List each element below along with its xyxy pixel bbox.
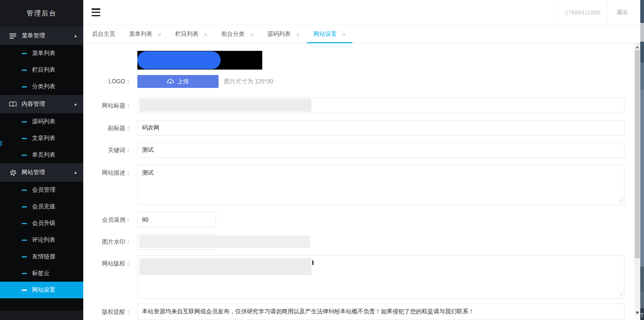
sidebar-item-page-list[interactable]: 单页列表 <box>0 147 83 163</box>
copyright-notice-field-wrap <box>137 303 624 320</box>
collapse-arrow-icon: ▲ <box>74 170 77 175</box>
upload-button-label: 上传 <box>177 78 189 85</box>
site-title-field-wrap <box>137 98 624 113</box>
brand-title: 管理后台 <box>0 0 83 27</box>
redaction-block <box>139 235 310 248</box>
keywords-field-wrap <box>137 142 624 158</box>
sidebar-item-category-list[interactable]: 分类列表 <box>0 78 83 95</box>
dash-icon <box>22 240 27 241</box>
sidebar-group-label: 网站管理 <box>22 169 45 176</box>
description-textarea[interactable]: 测试 <box>137 165 624 205</box>
dash-icon <box>22 70 27 71</box>
dash-icon <box>22 138 27 139</box>
sidebar: 管理后台 菜单管理 ▲ 菜单列表 栏目列表 分类列表 内容管理 ▲ <box>0 0 83 320</box>
sidebar-item-label: 单页列表 <box>32 151 55 159</box>
site-settings-form: LOGO： 上传 图片尺寸为 125*30 网站标题： 副标题： 关键词： 网站… <box>83 43 634 320</box>
sidebar-item-label: 标签云 <box>32 270 50 277</box>
tab-label: 前台分类 <box>221 30 245 38</box>
upload-button[interactable]: 上传 <box>137 75 219 88</box>
logout-button[interactable]: 退出 <box>607 0 637 25</box>
sidebar-item-label: 菜单列表 <box>32 50 55 57</box>
scrollbar-down-arrow-icon[interactable] <box>636 312 639 314</box>
left-edge-artifact <box>0 141 2 146</box>
sidebar-footer <box>0 311 83 320</box>
sidebar-item-member-upgrade[interactable]: 会员升级 <box>0 215 83 232</box>
tab-label: 网站设置 <box>313 30 337 38</box>
strip-segment <box>640 0 644 23</box>
commission-input[interactable] <box>137 212 216 228</box>
username-display[interactable]: 17688411880 <box>557 0 607 25</box>
dash-icon <box>22 190 27 191</box>
sidebar-group-site-management[interactable]: 网站管理 ▲ <box>0 163 83 182</box>
sidebar-item-label: 会员充值 <box>32 203 55 210</box>
scrollbar-up-arrow-icon[interactable] <box>636 46 639 48</box>
scrollbar-thumb[interactable] <box>635 50 640 258</box>
watermark-label: 图片水印： <box>90 234 131 250</box>
sidebar-item-label: 友情链接 <box>32 253 55 260</box>
logo-size-hint: 图片尺寸为 125*30 <box>224 75 273 88</box>
description-label: 网站描述： <box>90 165 131 180</box>
description-field-wrap: 测试 <box>137 165 624 205</box>
book-icon <box>9 101 17 107</box>
collapse-arrow-icon: ▲ <box>74 102 77 106</box>
close-icon[interactable]: × <box>204 31 208 38</box>
watermark-field-wrap <box>137 234 216 250</box>
sidebar-item-member-management[interactable]: 会员管理 <box>0 182 83 198</box>
tab-bar: 后台主页 菜单列表 × 栏目列表 × 前台分类 × 源码列表 × 网站设置 × <box>83 25 644 43</box>
copyright-label: 网站版权： <box>90 255 131 271</box>
background-window-strip: T <box>640 0 644 320</box>
dash-icon <box>22 273 27 274</box>
strip-segment <box>640 90 644 267</box>
copyright-notice-label: 版权提醒： <box>90 303 131 320</box>
sidebar-item-menu-list[interactable]: 菜单列表 <box>0 45 83 62</box>
topbar: 17688411880 退出 <box>83 0 644 25</box>
sidebar-item-column-list[interactable]: 栏目列表 <box>0 62 83 78</box>
subtitle-input[interactable] <box>137 120 624 136</box>
tab-label: 源码列表 <box>267 30 291 38</box>
close-icon[interactable]: × <box>296 31 300 38</box>
sidebar-item-source-list[interactable]: 源码列表 <box>0 113 83 130</box>
tab-home[interactable]: 后台主页 <box>92 25 115 43</box>
sidebar-item-label: 文章列表 <box>32 135 55 142</box>
close-icon[interactable]: × <box>250 31 254 38</box>
sidebar-item-friend-links[interactable]: 友情链接 <box>0 248 83 265</box>
sidebar-group-menu-management[interactable]: 菜单管理 ▲ <box>0 27 83 45</box>
redaction-block <box>139 99 311 112</box>
tab-source-list[interactable]: 源码列表 × <box>267 25 300 43</box>
strip-segment <box>640 267 644 292</box>
scrollbar-bottom-gap <box>634 316 640 320</box>
close-icon[interactable]: × <box>342 31 346 38</box>
keywords-input[interactable] <box>137 142 624 158</box>
tab-menu-list[interactable]: 菜单列表 × <box>129 25 162 43</box>
sidebar-item-article-list[interactable]: 文章列表 <box>0 130 83 147</box>
sidebar-item-label: 栏目列表 <box>32 66 55 74</box>
sidebar-item-member-recharge[interactable]: 会员充值 <box>0 198 83 215</box>
dash-icon <box>22 121 27 122</box>
content-scrollbar[interactable] <box>634 43 640 320</box>
hamburger-icon[interactable] <box>92 8 100 16</box>
sidebar-item-comment-list[interactable]: 评论列表 <box>0 232 83 248</box>
strip-segment <box>640 62 644 90</box>
resize-handle-icon[interactable] <box>619 196 623 204</box>
sidebar-group-content-management[interactable]: 内容管理 ▲ <box>0 95 83 113</box>
commission-field-wrap <box>137 212 216 228</box>
subtitle-field-wrap <box>137 120 624 136</box>
keywords-label: 关键词： <box>90 142 131 158</box>
tab-label: 菜单列表 <box>129 30 152 38</box>
resize-handle-icon[interactable] <box>619 290 623 298</box>
sidebar-item-site-settings[interactable]: 网站设置 <box>0 282 83 298</box>
logo-pill-graphic <box>137 51 221 69</box>
tab-site-settings[interactable]: 网站设置 × <box>313 25 346 43</box>
sidebar-group-label: 内容管理 <box>22 100 45 108</box>
copyright-notice-input[interactable] <box>137 303 624 320</box>
tab-column-list[interactable]: 栏目列表 × <box>175 25 208 43</box>
sidebar-item-label: 会员升级 <box>32 220 55 227</box>
redaction-artifact <box>312 260 313 265</box>
close-icon[interactable]: × <box>158 31 162 38</box>
dash-icon <box>22 155 27 156</box>
upload-cloud-icon <box>167 78 174 85</box>
sidebar-item-tag-cloud[interactable]: 标签云 <box>0 265 83 282</box>
strip-segment <box>640 292 644 308</box>
sidebar-item-label: 会员管理 <box>32 186 55 194</box>
tab-front-category[interactable]: 前台分类 × <box>221 25 254 43</box>
